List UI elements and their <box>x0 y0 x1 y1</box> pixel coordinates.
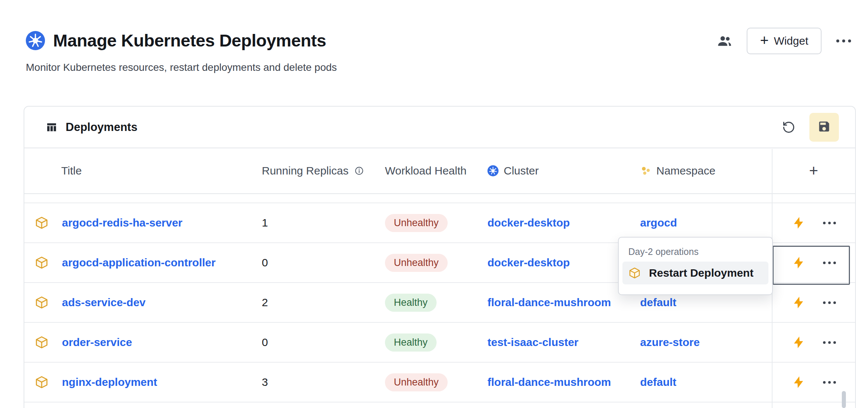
page-actions: + Widget <box>717 28 851 54</box>
table-icon <box>46 121 58 133</box>
health-badge: Unhealthy <box>385 254 448 272</box>
replicas-value: 0 <box>262 256 385 269</box>
table-header-row: Title Running Replicas Workload Health C… <box>24 148 855 194</box>
quick-action-bolt-icon[interactable] <box>792 216 806 230</box>
add-column-button[interactable]: + <box>772 162 855 180</box>
undo-icon[interactable] <box>782 121 795 134</box>
menu-header: Day-2 operations <box>619 238 772 262</box>
deployment-link[interactable]: ads-service-dev <box>62 296 146 309</box>
table-row: order-service 0 Healthy test-isaac-clust… <box>24 323 855 363</box>
widget-button-label: Widget <box>774 35 808 47</box>
health-badge: Unhealthy <box>385 214 448 232</box>
panel-title: Deployments <box>66 121 138 134</box>
quick-action-bolt-icon[interactable] <box>792 256 806 270</box>
column-cluster[interactable]: Cluster <box>487 165 640 177</box>
replicas-value: 0 <box>262 336 385 349</box>
scrolled-row-sliver <box>24 194 855 203</box>
deployment-icon <box>35 256 49 270</box>
deployment-icon <box>35 216 49 230</box>
replicas-value: 2 <box>262 296 385 309</box>
page-subtitle: Monitor Kubernetes resources, restart de… <box>26 62 851 73</box>
replicas-value: 1 <box>262 217 385 229</box>
cluster-link[interactable]: docker-desktop <box>487 217 570 229</box>
cluster-link[interactable]: floral-dance-mushroom <box>487 296 611 308</box>
deployment-icon <box>35 295 49 310</box>
column-replicas-label: Running Replicas <box>262 165 348 177</box>
deployment-link[interactable]: nginx-deployment <box>62 376 157 388</box>
row-more-icon[interactable] <box>823 222 836 224</box>
quick-action-bolt-icon[interactable] <box>792 335 806 349</box>
health-badge: Healthy <box>385 294 437 312</box>
namespace-link[interactable]: argocd <box>640 217 677 229</box>
plus-icon: + <box>760 33 768 48</box>
info-icon[interactable] <box>354 166 364 176</box>
deployment-link[interactable]: order-service <box>62 336 132 349</box>
page-header: Manage Kubernetes Deployments Monitor Ku… <box>0 0 868 73</box>
table-row: nginx-deployment 3 Unhealthy floral-danc… <box>24 363 855 402</box>
menu-item-label: Restart Deployment <box>649 267 753 279</box>
deployment-icon <box>35 375 49 389</box>
deployment-link[interactable]: argocd-application-controller <box>62 256 216 269</box>
column-namespace[interactable]: Namespace <box>640 165 772 177</box>
page-title: Manage Kubernetes Deployments <box>53 30 326 51</box>
cluster-link[interactable]: floral-dance-mushroom <box>487 376 611 388</box>
deployment-icon <box>628 267 641 279</box>
column-replicas[interactable]: Running Replicas <box>262 165 385 177</box>
scrollbar-thumb[interactable] <box>842 391 846 408</box>
cluster-link[interactable]: docker-desktop <box>487 256 570 269</box>
deployment-link[interactable]: argocd-redis-ha-server <box>62 217 183 229</box>
row-more-icon[interactable] <box>823 262 836 264</box>
quick-action-bolt-icon[interactable] <box>792 295 806 310</box>
row-more-icon[interactable] <box>823 381 836 384</box>
column-health[interactable]: Workload Health <box>385 165 487 177</box>
cluster-link[interactable]: test-isaac-cluster <box>487 336 579 348</box>
namespace-link[interactable]: default <box>640 296 676 308</box>
kubernetes-icon <box>487 165 499 176</box>
day2-operations-menu: Day-2 operations Restart Deployment <box>618 237 773 295</box>
menu-item-restart-deployment[interactable]: Restart Deployment <box>622 262 768 284</box>
page-more-icon[interactable] <box>836 39 851 42</box>
deployment-icon <box>35 335 49 349</box>
row-more-icon[interactable] <box>823 301 836 304</box>
replicas-value: 3 <box>262 376 385 388</box>
save-button[interactable] <box>809 113 839 142</box>
health-badge: Healthy <box>385 333 437 352</box>
column-namespace-label: Namespace <box>656 165 715 177</box>
row-more-icon[interactable] <box>823 341 836 344</box>
panel-header: Deployments <box>24 107 855 148</box>
namespace-link[interactable]: default <box>640 376 676 388</box>
column-cluster-label: Cluster <box>504 165 539 177</box>
add-widget-button[interactable]: + Widget <box>747 28 822 54</box>
save-icon <box>817 120 831 134</box>
namespace-dots-icon <box>640 165 651 176</box>
share-users-icon[interactable] <box>717 34 732 48</box>
kubernetes-logo-icon <box>26 31 45 50</box>
page: Manage Kubernetes Deployments Monitor Ku… <box>0 0 868 408</box>
namespace-link[interactable]: azure-store <box>640 336 700 348</box>
health-badge: Unhealthy <box>385 373 448 391</box>
quick-action-bolt-icon[interactable] <box>792 375 806 389</box>
column-title[interactable]: Title <box>24 165 262 177</box>
